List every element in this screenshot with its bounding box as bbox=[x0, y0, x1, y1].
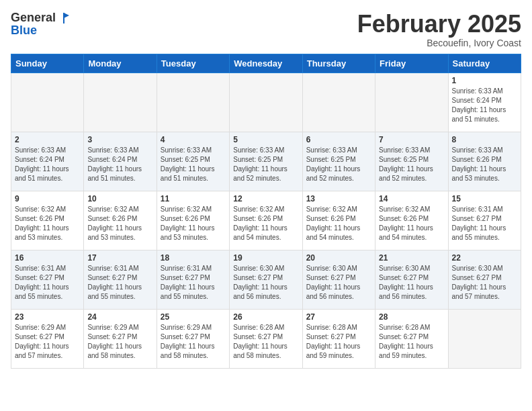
day-header-saturday: Saturday bbox=[448, 54, 521, 73]
calendar-cell bbox=[157, 73, 229, 132]
calendar-cell: 24Sunrise: 6:29 AM Sunset: 6:27 PM Dayli… bbox=[84, 309, 157, 368]
day-info: Sunrise: 6:29 AM Sunset: 6:27 PM Dayligh… bbox=[161, 323, 226, 361]
day-number: 21 bbox=[379, 253, 444, 263]
day-number: 7 bbox=[379, 135, 444, 144]
day-number: 2 bbox=[15, 135, 80, 144]
calendar-week-5: 23Sunrise: 6:29 AM Sunset: 6:27 PM Dayli… bbox=[11, 309, 521, 368]
day-number: 26 bbox=[233, 312, 298, 322]
calendar-cell: 20Sunrise: 6:30 AM Sunset: 6:27 PM Dayli… bbox=[302, 250, 375, 309]
day-info: Sunrise: 6:28 AM Sunset: 6:27 PM Dayligh… bbox=[233, 323, 298, 361]
calendar-cell: 25Sunrise: 6:29 AM Sunset: 6:27 PM Dayli… bbox=[157, 309, 229, 368]
calendar-week-3: 9Sunrise: 6:32 AM Sunset: 6:26 PM Daylig… bbox=[11, 191, 521, 250]
calendar-cell: 3Sunrise: 6:33 AM Sunset: 6:24 PM Daylig… bbox=[84, 132, 157, 191]
day-number: 20 bbox=[306, 253, 371, 263]
day-number: 27 bbox=[306, 312, 371, 322]
day-header-wednesday: Wednesday bbox=[230, 54, 302, 73]
day-number: 4 bbox=[161, 135, 226, 144]
calendar-cell bbox=[230, 73, 302, 132]
day-info: Sunrise: 6:33 AM Sunset: 6:25 PM Dayligh… bbox=[161, 146, 226, 183]
calendar-cell: 19Sunrise: 6:30 AM Sunset: 6:27 PM Dayli… bbox=[230, 250, 302, 309]
day-number: 25 bbox=[161, 312, 226, 322]
calendar-cell: 6Sunrise: 6:33 AM Sunset: 6:25 PM Daylig… bbox=[302, 132, 375, 191]
day-number: 19 bbox=[233, 253, 298, 263]
day-header-friday: Friday bbox=[375, 54, 448, 73]
day-info: Sunrise: 6:31 AM Sunset: 6:27 PM Dayligh… bbox=[87, 264, 152, 302]
calendar-cell: 16Sunrise: 6:31 AM Sunset: 6:27 PM Dayli… bbox=[11, 250, 84, 309]
calendar-cell: 18Sunrise: 6:31 AM Sunset: 6:27 PM Dayli… bbox=[157, 250, 229, 309]
day-info: Sunrise: 6:29 AM Sunset: 6:27 PM Dayligh… bbox=[15, 323, 80, 361]
day-info: Sunrise: 6:32 AM Sunset: 6:26 PM Dayligh… bbox=[233, 205, 298, 242]
month-title: February 2025 bbox=[357, 11, 521, 38]
calendar-cell: 12Sunrise: 6:32 AM Sunset: 6:26 PM Dayli… bbox=[230, 191, 302, 250]
logo-general: General bbox=[11, 11, 56, 25]
calendar-cell: 26Sunrise: 6:28 AM Sunset: 6:27 PM Dayli… bbox=[230, 309, 302, 368]
day-info: Sunrise: 6:32 AM Sunset: 6:26 PM Dayligh… bbox=[87, 205, 152, 242]
calendar-cell: 2Sunrise: 6:33 AM Sunset: 6:24 PM Daylig… bbox=[11, 132, 84, 191]
day-number: 15 bbox=[452, 194, 517, 203]
day-number: 24 bbox=[87, 312, 152, 322]
day-info: Sunrise: 6:29 AM Sunset: 6:27 PM Dayligh… bbox=[87, 323, 152, 361]
day-info: Sunrise: 6:31 AM Sunset: 6:27 PM Dayligh… bbox=[15, 264, 80, 302]
calendar-cell: 4Sunrise: 6:33 AM Sunset: 6:25 PM Daylig… bbox=[157, 132, 229, 191]
calendar-cell: 21Sunrise: 6:30 AM Sunset: 6:27 PM Dayli… bbox=[375, 250, 448, 309]
day-number: 23 bbox=[15, 312, 80, 322]
day-info: Sunrise: 6:32 AM Sunset: 6:26 PM Dayligh… bbox=[379, 205, 444, 242]
day-header-tuesday: Tuesday bbox=[157, 54, 229, 73]
calendar-cell: 13Sunrise: 6:32 AM Sunset: 6:26 PM Dayli… bbox=[302, 191, 375, 250]
day-info: Sunrise: 6:32 AM Sunset: 6:26 PM Dayligh… bbox=[306, 205, 371, 242]
day-number: 11 bbox=[161, 194, 226, 203]
day-number: 13 bbox=[306, 194, 371, 203]
day-info: Sunrise: 6:30 AM Sunset: 6:27 PM Dayligh… bbox=[233, 264, 298, 302]
day-info: Sunrise: 6:32 AM Sunset: 6:26 PM Dayligh… bbox=[15, 205, 80, 242]
logo: General Blue bbox=[11, 11, 71, 38]
day-number: 17 bbox=[87, 253, 152, 263]
calendar-week-4: 16Sunrise: 6:31 AM Sunset: 6:27 PM Dayli… bbox=[11, 250, 521, 309]
day-info: Sunrise: 6:31 AM Sunset: 6:27 PM Dayligh… bbox=[161, 264, 226, 302]
day-info: Sunrise: 6:31 AM Sunset: 6:27 PM Dayligh… bbox=[452, 205, 517, 242]
day-number: 10 bbox=[87, 194, 152, 203]
calendar-cell: 15Sunrise: 6:31 AM Sunset: 6:27 PM Dayli… bbox=[448, 191, 521, 250]
calendar-week-1: 1Sunrise: 6:33 AM Sunset: 6:24 PM Daylig… bbox=[11, 73, 521, 132]
calendar-cell bbox=[448, 309, 521, 368]
calendar-cell: 1Sunrise: 6:33 AM Sunset: 6:24 PM Daylig… bbox=[448, 73, 521, 132]
location-subtitle: Becouefin, Ivory Coast bbox=[357, 38, 521, 48]
calendar-cell: 9Sunrise: 6:32 AM Sunset: 6:26 PM Daylig… bbox=[11, 191, 84, 250]
calendar-cell bbox=[11, 73, 84, 132]
day-number: 16 bbox=[15, 253, 80, 263]
day-number: 5 bbox=[233, 135, 298, 144]
day-info: Sunrise: 6:28 AM Sunset: 6:27 PM Dayligh… bbox=[379, 323, 444, 361]
calendar-cell bbox=[84, 73, 157, 132]
calendar-cell: 28Sunrise: 6:28 AM Sunset: 6:27 PM Dayli… bbox=[375, 309, 448, 368]
calendar-cell: 8Sunrise: 6:33 AM Sunset: 6:26 PM Daylig… bbox=[448, 132, 521, 191]
calendar-cell bbox=[375, 73, 448, 132]
day-info: Sunrise: 6:33 AM Sunset: 6:24 PM Dayligh… bbox=[15, 146, 80, 183]
day-info: Sunrise: 6:33 AM Sunset: 6:24 PM Dayligh… bbox=[452, 87, 517, 124]
day-info: Sunrise: 6:33 AM Sunset: 6:25 PM Dayligh… bbox=[379, 146, 444, 183]
calendar-table: SundayMondayTuesdayWednesdayThursdayFrid… bbox=[11, 54, 521, 369]
calendar-week-2: 2Sunrise: 6:33 AM Sunset: 6:24 PM Daylig… bbox=[11, 132, 521, 191]
day-info: Sunrise: 6:30 AM Sunset: 6:27 PM Dayligh… bbox=[306, 264, 371, 302]
logo-blue: Blue bbox=[11, 24, 71, 38]
logo-flag-icon bbox=[57, 11, 71, 25]
calendar-cell: 27Sunrise: 6:28 AM Sunset: 6:27 PM Dayli… bbox=[302, 309, 375, 368]
day-number: 12 bbox=[233, 194, 298, 203]
day-header-monday: Monday bbox=[84, 54, 157, 73]
day-number: 3 bbox=[87, 135, 152, 144]
calendar-cell: 17Sunrise: 6:31 AM Sunset: 6:27 PM Dayli… bbox=[84, 250, 157, 309]
day-number: 8 bbox=[452, 135, 517, 144]
day-number: 22 bbox=[452, 253, 517, 263]
day-info: Sunrise: 6:32 AM Sunset: 6:26 PM Dayligh… bbox=[161, 205, 226, 242]
calendar-header-row: SundayMondayTuesdayWednesdayThursdayFrid… bbox=[11, 54, 521, 73]
calendar-cell: 7Sunrise: 6:33 AM Sunset: 6:25 PM Daylig… bbox=[375, 132, 448, 191]
page-header: General Blue February 2025 Becouefin, Iv… bbox=[11, 11, 521, 48]
calendar-cell: 5Sunrise: 6:33 AM Sunset: 6:25 PM Daylig… bbox=[230, 132, 302, 191]
calendar-cell: 10Sunrise: 6:32 AM Sunset: 6:26 PM Dayli… bbox=[84, 191, 157, 250]
calendar-cell: 23Sunrise: 6:29 AM Sunset: 6:27 PM Dayli… bbox=[11, 309, 84, 368]
day-info: Sunrise: 6:30 AM Sunset: 6:27 PM Dayligh… bbox=[379, 264, 444, 302]
day-info: Sunrise: 6:33 AM Sunset: 6:26 PM Dayligh… bbox=[452, 146, 517, 183]
day-number: 28 bbox=[379, 312, 444, 322]
day-number: 9 bbox=[15, 194, 80, 203]
calendar-cell bbox=[302, 73, 375, 132]
day-header-thursday: Thursday bbox=[302, 54, 375, 73]
day-info: Sunrise: 6:33 AM Sunset: 6:25 PM Dayligh… bbox=[306, 146, 371, 183]
